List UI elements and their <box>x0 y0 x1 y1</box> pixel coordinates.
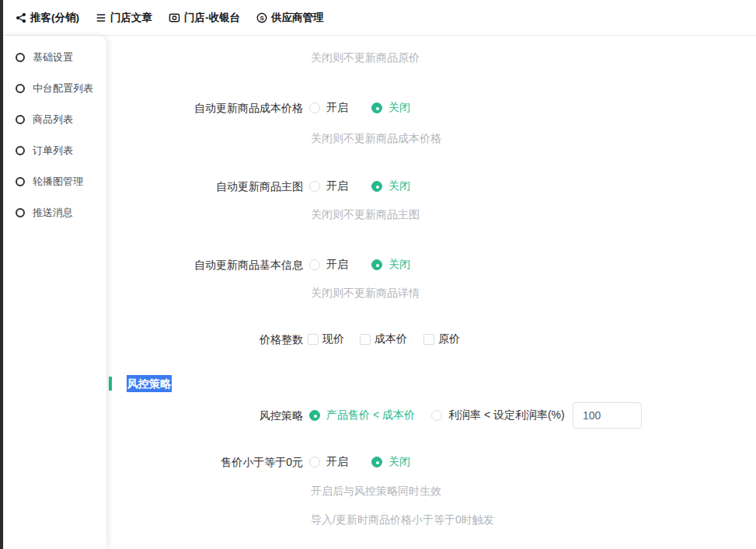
sidebar-item-label: 推送消息 <box>33 206 73 220</box>
top-navigation: 推客(分销) 门店文章 门店-收银台 S 供应商管理 <box>3 0 756 36</box>
menu-icon <box>96 12 106 23</box>
radio-unchecked-icon <box>309 259 320 270</box>
radio-option-on[interactable]: 开启 <box>309 100 348 116</box>
radio-label: 关闭 <box>388 455 410 469</box>
radio-checked-icon <box>371 259 382 270</box>
radio-option-on[interactable]: 开启 <box>309 454 348 470</box>
form-row-auto-update-basic-info: 自动更新商品基本信息 开启 关闭 <box>106 257 756 273</box>
checkbox-original-price[interactable]: 原价 <box>423 332 460 347</box>
sidebar-item-label: 中台配置列表 <box>33 82 93 96</box>
checkbox-unchecked-icon <box>360 334 371 345</box>
circle-icon <box>16 208 25 217</box>
svg-text:S: S <box>260 14 263 21</box>
radio-checked-icon <box>371 181 382 192</box>
nav-tab-store-articles[interactable]: 门店文章 <box>96 11 152 25</box>
radio-unchecked-icon <box>309 181 320 192</box>
radio-option-off[interactable]: 关闭 <box>371 257 410 273</box>
sidebar-item-label: 商品列表 <box>33 113 73 127</box>
radio-label: 关闭 <box>388 179 410 193</box>
hint-original-price: 关闭则不更新商品原价 <box>311 50 420 65</box>
radio-option-price-below-cost[interactable]: 产品售价 < 成本价 <box>309 408 415 423</box>
form-row-auto-update-main-image: 自动更新商品主图 开启 关闭 <box>106 179 756 194</box>
radio-label: 开启 <box>326 101 348 115</box>
radio-label: 关闭 <box>388 101 410 115</box>
sidebar-item-carousel-management[interactable]: 轮播图管理 <box>3 166 106 197</box>
radio-option-profit-rate[interactable]: 利润率 < 设定利润率(%) <box>431 408 565 423</box>
field-label: 自动更新商品主图 <box>106 179 303 194</box>
checkbox-label: 成本价 <box>375 332 407 346</box>
nav-tab-label: 供应商管理 <box>271 11 324 25</box>
hint-zero-price-2: 导入/更新时商品价格小于等于0时触发 <box>311 512 494 527</box>
checkbox-current-price[interactable]: 现价 <box>308 332 344 347</box>
supplier-icon: S <box>256 12 267 23</box>
field-label: 价格整数 <box>106 332 303 347</box>
radio-checked-icon <box>371 103 382 113</box>
sidebar-item-label: 基础设置 <box>33 50 73 64</box>
sidebar-item-midplatform-config[interactable]: 中台配置列表 <box>3 73 106 104</box>
radio-checked-icon <box>371 457 382 467</box>
radio-checked-icon <box>309 410 320 421</box>
sidebar-item-order-list[interactable]: 订单列表 <box>3 135 106 166</box>
section-risk-control: 风控策略 <box>106 375 756 392</box>
hint-cost-price: 关闭则不更新商品成本价格 <box>311 130 441 146</box>
sidebar-item-push-messages[interactable]: 推送消息 <box>3 197 106 228</box>
form-row-risk-strategy: 风控策略 产品售价 < 成本价 利润率 < 设定利润率(%) <box>106 408 756 423</box>
app-root: 推客(分销) 门店文章 门店-收银台 S 供应商管理 基础设置 <box>0 0 756 549</box>
nav-tab-supplier-management[interactable]: S 供应商管理 <box>256 11 324 25</box>
sidebar-item-product-list[interactable]: 商品列表 <box>3 104 106 135</box>
radio-unchecked-icon <box>431 410 442 421</box>
radio-label: 利润率 < 设定利润率(%) <box>448 408 565 422</box>
circle-icon <box>16 146 25 155</box>
checkbox-label: 原价 <box>438 332 460 346</box>
settings-form: 关闭则不更新商品原价 自动更新商品成本价格 开启 关闭 关闭则不更新商品成本价格… <box>106 36 756 549</box>
cashier-icon <box>169 12 180 23</box>
radio-option-off[interactable]: 关闭 <box>371 100 410 116</box>
radio-label: 产品售价 < 成本价 <box>326 408 415 422</box>
profit-rate-input[interactable] <box>573 402 642 429</box>
checkbox-label: 现价 <box>322 332 344 346</box>
sidebar-item-basic-settings[interactable]: 基础设置 <box>3 42 106 73</box>
sidebar-item-label: 轮播图管理 <box>33 175 83 189</box>
section-title: 风控策略 <box>127 375 172 392</box>
field-label: 自动更新商品基本信息 <box>106 257 303 273</box>
nav-tab-distribution[interactable]: 推客(分销) <box>16 11 79 25</box>
radio-label: 关闭 <box>388 258 410 272</box>
radio-label: 开启 <box>326 258 348 272</box>
circle-icon <box>16 115 25 124</box>
radio-option-on[interactable]: 开启 <box>309 179 348 194</box>
circle-icon <box>16 53 25 62</box>
radio-option-off[interactable]: 关闭 <box>371 179 410 194</box>
radio-option-off[interactable]: 关闭 <box>371 454 410 470</box>
form-row-auto-update-cost-price: 自动更新商品成本价格 开启 关闭 <box>106 100 756 116</box>
field-label: 售价小于等于0元 <box>106 454 303 470</box>
checkbox-cost-price[interactable]: 成本价 <box>360 332 407 347</box>
checkbox-unchecked-icon <box>423 334 434 345</box>
circle-icon <box>16 84 25 93</box>
circle-icon <box>16 177 25 186</box>
hint-basic-info: 关闭则不更新商品详情 <box>311 285 420 301</box>
field-label: 自动更新商品成本价格 <box>106 100 303 116</box>
form-row-price-integer: 价格整数 现价 成本价 原价 <box>106 332 756 347</box>
field-label: 风控策略 <box>106 408 303 423</box>
nav-tab-label: 门店-收银台 <box>184 11 240 25</box>
hint-zero-price-1: 开启后与风控策略同时生效 <box>311 483 441 499</box>
sidebar-item-label: 订单列表 <box>33 144 73 158</box>
nav-tab-label: 门店文章 <box>110 11 152 25</box>
radio-label: 开启 <box>326 179 348 193</box>
sidebar: 基础设置 中台配置列表 商品列表 订单列表 轮播图管理 推送消息 <box>3 36 106 549</box>
checkbox-unchecked-icon <box>308 334 319 345</box>
nav-tab-store-cashier[interactable]: 门店-收银台 <box>169 11 240 25</box>
radio-unchecked-icon <box>309 103 320 113</box>
radio-option-on[interactable]: 开启 <box>309 257 348 273</box>
share-icon <box>16 12 26 23</box>
radio-unchecked-icon <box>309 457 320 467</box>
section-accent-bar <box>109 377 112 391</box>
form-row-zero-price: 售价小于等于0元 开启 关闭 <box>106 454 756 470</box>
nav-tab-label: 推客(分销) <box>30 11 79 25</box>
hint-main-image: 关闭则不更新商品主图 <box>311 207 420 222</box>
radio-label: 开启 <box>326 455 348 469</box>
